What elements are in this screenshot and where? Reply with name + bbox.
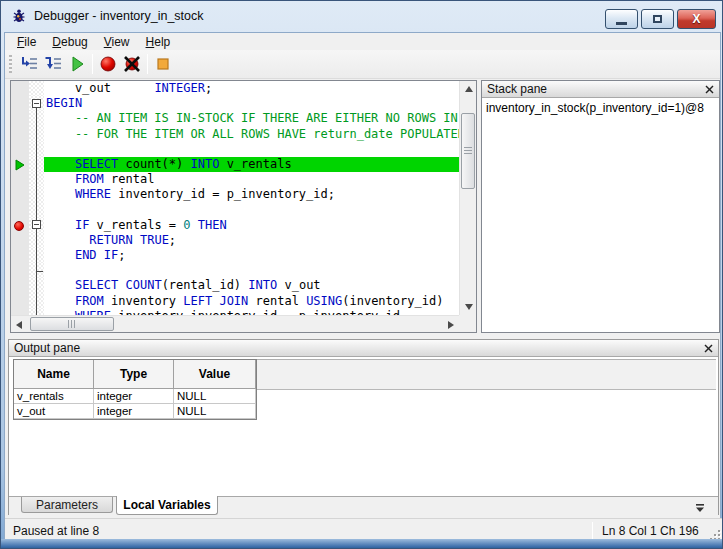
horizontal-scroll-thumb[interactable] [30, 317, 114, 331]
fold-margin[interactable] [29, 294, 44, 309]
scroll-right-icon[interactable] [448, 321, 454, 329]
code-line[interactable] [11, 263, 459, 278]
fold-margin[interactable] [29, 187, 44, 202]
fold-margin[interactable] [29, 233, 44, 248]
close-button[interactable]: X [677, 9, 716, 29]
fold-margin[interactable] [29, 218, 44, 233]
code-text[interactable]: WHERE inventory_id = p_inventory_id; [44, 187, 459, 202]
tab-local-variables[interactable]: Local Variables [116, 496, 218, 515]
code-text[interactable]: IF v_rentals = 0 THEN [44, 218, 459, 233]
stack-pane-title: Stack pane [487, 82, 547, 96]
code-line[interactable]: -- FOR THE ITEM OR ALL ROWS HAVE return_… [11, 127, 459, 142]
fold-margin[interactable] [29, 127, 44, 142]
table-cell[interactable]: NULL [174, 404, 256, 419]
code-text[interactable]: -- FOR THE ITEM OR ALL ROWS HAVE return_… [44, 127, 459, 142]
breakpoint-margin[interactable] [11, 294, 29, 309]
scroll-down-icon[interactable] [465, 304, 473, 310]
scroll-up-icon[interactable] [465, 86, 473, 92]
code-line[interactable]: END IF; [11, 248, 459, 263]
code-line[interactable] [11, 142, 459, 157]
breakpoint-margin[interactable] [11, 187, 29, 202]
editor-horizontal-scrollbar[interactable] [11, 315, 459, 332]
breakpoint-margin[interactable] [11, 218, 29, 233]
table-row[interactable]: v_rentalsintegerNULL [14, 389, 256, 404]
code-line[interactable] [11, 203, 459, 218]
continue-button[interactable] [65, 52, 89, 76]
vertical-scroll-thumb[interactable] [461, 113, 475, 189]
code-text[interactable]: END IF; [44, 248, 459, 263]
stack-pane-close-button[interactable] [704, 84, 715, 95]
editor[interactable]: v_out INTEGER;BEGIN -- AN ITEM IS IN-STO… [11, 81, 459, 315]
toggle-breakpoint-button[interactable] [96, 52, 120, 76]
stack-pane-header: Stack pane [482, 81, 719, 98]
stack-frame-entry[interactable]: inventory_in_stock(p_inventory_id=1)@8 [482, 98, 719, 115]
breakpoint-margin[interactable] [11, 263, 29, 278]
breakpoint-margin[interactable] [11, 142, 29, 157]
menu-help[interactable]: Help [138, 34, 179, 50]
code-text[interactable]: v_out INTEGER; [44, 81, 459, 96]
code-line[interactable]: WHERE inventory_id = p_inventory_id; [11, 187, 459, 202]
table-cell[interactable]: v_out [14, 404, 94, 419]
table-row[interactable]: v_outintegerNULL [14, 404, 256, 419]
current-execution-line[interactable]: SELECT count(*) INTO v_rentals [44, 157, 459, 172]
fold-margin[interactable] [29, 172, 44, 187]
code-text[interactable] [44, 142, 459, 157]
breakpoint-margin[interactable] [11, 127, 29, 142]
toolbar-grip[interactable] [9, 55, 12, 73]
breakpoint-margin[interactable] [11, 81, 29, 96]
code-text[interactable]: FROM inventory LEFT JOIN rental USING(in… [44, 294, 459, 309]
code-line[interactable]: RETURN TRUE; [11, 233, 459, 248]
code-line[interactable]: v_out INTEGER; [11, 81, 459, 96]
step-into-button[interactable] [17, 52, 41, 76]
menu-file[interactable]: File [9, 34, 44, 50]
code-text[interactable]: FROM rental [44, 172, 459, 187]
stop-button[interactable] [151, 52, 175, 76]
table-cell[interactable]: integer [94, 389, 174, 404]
code-line[interactable]: FROM inventory LEFT JOIN rental USING(in… [11, 294, 459, 309]
code-text[interactable] [44, 263, 459, 278]
code-line[interactable]: SELECT count(*) INTO v_rentals [11, 157, 459, 172]
code-line[interactable]: -- AN ITEM IS IN-STOCK IF THERE ARE EITH… [11, 111, 459, 126]
titlebar[interactable]: Debugger - inventory_in_stock X [1, 1, 722, 32]
tab-list-chevron-icon[interactable] [694, 500, 706, 518]
fold-margin[interactable] [29, 278, 44, 293]
code-line[interactable]: SELECT COUNT(rental_id) INTO v_out [11, 278, 459, 293]
menu-view[interactable]: View [96, 34, 138, 50]
minimize-button[interactable] [605, 9, 638, 29]
table-cell[interactable]: integer [94, 404, 174, 419]
breakpoint-margin[interactable] [11, 278, 29, 293]
step-over-button[interactable] [41, 52, 65, 76]
breakpoint-margin[interactable] [11, 96, 29, 111]
menu-debug[interactable]: Debug [44, 34, 95, 50]
tab-parameters[interactable]: Parameters [21, 497, 113, 513]
table-cell[interactable]: NULL [174, 389, 256, 404]
breakpoint-margin[interactable] [11, 157, 29, 172]
table-cell[interactable]: v_rentals [14, 389, 94, 404]
code-text[interactable] [44, 203, 459, 218]
code-text[interactable]: RETURN TRUE; [44, 233, 459, 248]
fold-margin[interactable] [29, 248, 44, 263]
breakpoint-margin[interactable] [11, 111, 29, 126]
fold-margin[interactable] [29, 96, 44, 111]
code-line[interactable]: IF v_rentals = 0 THEN [11, 218, 459, 233]
breakpoint-margin[interactable] [11, 203, 29, 218]
code-text[interactable]: -- AN ITEM IS IN-STOCK IF THERE ARE EITH… [44, 111, 459, 126]
maximize-button[interactable] [641, 9, 674, 29]
code-line[interactable]: FROM rental [11, 172, 459, 187]
fold-margin[interactable] [29, 81, 44, 96]
breakpoint-margin[interactable] [11, 233, 29, 248]
breakpoint-margin[interactable] [11, 172, 29, 187]
code-text[interactable]: BEGIN [44, 96, 459, 111]
code-text[interactable]: SELECT COUNT(rental_id) INTO v_out [44, 278, 459, 293]
fold-margin[interactable] [29, 263, 44, 278]
fold-margin[interactable] [29, 111, 44, 126]
fold-margin[interactable] [29, 203, 44, 218]
fold-margin[interactable] [29, 157, 44, 172]
code-line[interactable]: BEGIN [11, 96, 459, 111]
output-pane-close-button[interactable] [703, 343, 714, 354]
breakpoint-margin[interactable] [11, 248, 29, 263]
clear-breakpoints-button[interactable] [120, 52, 144, 76]
fold-margin[interactable] [29, 142, 44, 157]
editor-vertical-scrollbar[interactable] [459, 81, 476, 315]
scroll-left-icon[interactable] [16, 321, 22, 329]
